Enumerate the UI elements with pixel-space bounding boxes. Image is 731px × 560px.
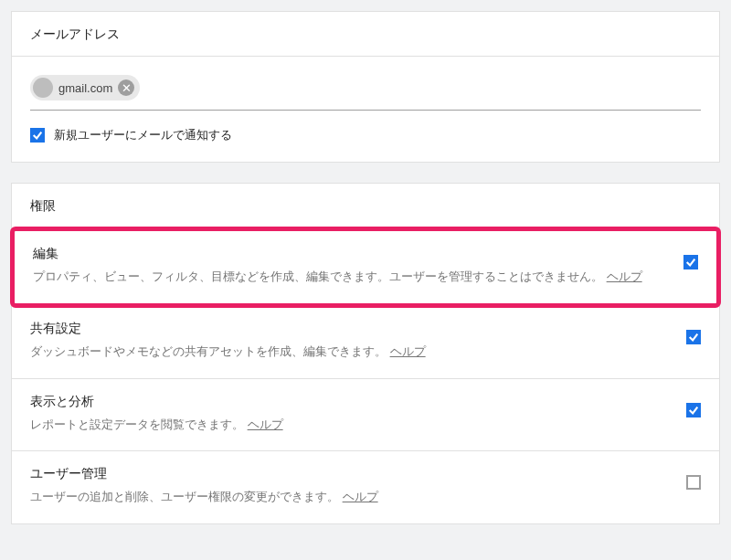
permissions-card-title: 権限 — [12, 184, 719, 228]
permission-title: 編集 — [33, 246, 647, 262]
permission-desc: ダッシュボードやメモなどの共有アセットを作成、編集できます。 ヘルプ — [30, 343, 650, 362]
permission-desc: プロパティ、ビュー、フィルタ、目標などを作成、編集できます。ユーザーを管理するこ… — [33, 268, 647, 287]
notify-checkbox[interactable] — [30, 128, 45, 143]
email-chip[interactable]: gmail.com ✕ — [30, 75, 140, 100]
help-link[interactable]: ヘルプ — [343, 490, 378, 503]
permission-desc: レポートと設定データを閲覧できます。 ヘルプ — [30, 416, 650, 435]
help-link[interactable]: ヘルプ — [607, 269, 642, 283]
notify-label: 新規ユーザーにメールで通知する — [54, 127, 232, 143]
permission-row-read-analyze[interactable]: 表示と分析 レポートと設定データを閲覧できます。 ヘルプ — [12, 379, 719, 452]
help-link[interactable]: ヘルプ — [248, 417, 283, 431]
permission-row-manage-users[interactable]: ユーザー管理 ユーザーの追加と削除、ユーザー権限の変更ができます。 ヘルプ — [12, 451, 719, 523]
permission-title: ユーザー管理 — [30, 466, 650, 482]
permission-checkbox[interactable] — [686, 403, 701, 417]
permission-checkbox[interactable] — [683, 255, 698, 269]
email-chip-text: gmail.com — [58, 81, 112, 95]
permission-title: 表示と分析 — [30, 394, 650, 410]
permission-title: 共有設定 — [30, 321, 650, 337]
permission-checkbox[interactable] — [686, 475, 701, 490]
permissions-card: 権限 編集 プロパティ、ビュー、フィルタ、目標などを作成、編集できます。ユーザー… — [11, 183, 720, 524]
close-icon[interactable]: ✕ — [118, 79, 134, 96]
permissions-list: 編集 プロパティ、ビュー、フィルタ、目標などを作成、編集できます。ユーザーを管理… — [12, 227, 719, 523]
notify-new-user-row[interactable]: 新規ユーザーにメールで通知する — [12, 111, 719, 162]
email-card-title: メールアドレス — [12, 12, 719, 57]
permission-row-edit[interactable]: 編集 プロパティ、ビュー、フィルタ、目標などを作成、編集できます。ユーザーを管理… — [10, 227, 721, 308]
email-input-row[interactable]: gmail.com ✕ — [30, 57, 701, 111]
permission-row-collaborate[interactable]: 共有設定 ダッシュボードやメモなどの共有アセットを作成、編集できます。 ヘルプ — [12, 306, 719, 379]
permission-desc: ユーザーの追加と削除、ユーザー権限の変更ができます。 ヘルプ — [30, 488, 650, 507]
permission-checkbox[interactable] — [686, 330, 701, 344]
avatar — [33, 78, 53, 98]
help-link[interactable]: ヘルプ — [390, 344, 426, 358]
email-address-card: メールアドレス gmail.com ✕ 新規ユーザーにメールで通知する — [11, 11, 720, 163]
